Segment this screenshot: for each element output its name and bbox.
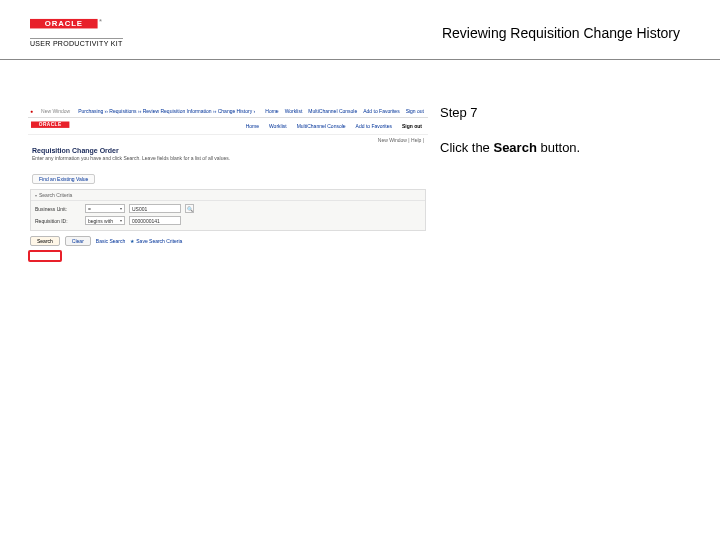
save-search-link[interactable]: Save Search Criteria xyxy=(130,238,182,244)
nav-worklist[interactable]: Worklist xyxy=(269,123,287,129)
tab-newwindow[interactable]: New Window xyxy=(37,108,74,114)
label-business-unit: Business Unit: xyxy=(35,206,81,212)
nav-fav[interactable]: Add to Favorites xyxy=(356,123,392,129)
app-heading: Requisition Change Order xyxy=(28,145,428,154)
oracle-logo-block: ORACLE ® USER PRODUCTIVITY KIT xyxy=(30,18,123,47)
upk-label: USER PRODUCTIVITY KIT xyxy=(30,38,123,47)
oracle-logo: ORACLE ® xyxy=(30,18,108,32)
input-business-unit[interactable]: US001 xyxy=(129,204,181,213)
app-brand-row: ORACLE Home Worklist MultiChannel Consol… xyxy=(28,118,428,135)
window-help-links[interactable]: New Window | Help | xyxy=(28,135,428,145)
instruction-target: Search xyxy=(493,140,536,155)
op-requisition-id[interactable]: begins with▾ xyxy=(85,216,125,225)
top-link-home[interactable]: Home xyxy=(265,108,278,114)
top-link-signout[interactable]: Sign out xyxy=(406,108,424,114)
highlight-search-button xyxy=(28,250,62,262)
op-business-unit[interactable]: =▾ xyxy=(85,204,125,213)
instruction-prefix: Click the xyxy=(440,140,493,155)
app-topbar: ● New Window Purchasing ›› Requisitions … xyxy=(28,105,428,118)
find-existing-value-tab[interactable]: Find an Existing Value xyxy=(32,174,95,184)
action-row: Search Clear Basic Search Save Search Cr… xyxy=(28,231,428,246)
search-criteria-panel: Search Criteria Business Unit: =▾ US001 … xyxy=(30,189,426,231)
clear-button[interactable]: Clear xyxy=(65,236,91,246)
nav-signout[interactable]: Sign out xyxy=(402,123,422,129)
step-instruction: Click the Search button. xyxy=(440,140,690,155)
chevron-down-icon: ▾ xyxy=(120,218,122,223)
basic-search-link[interactable]: Basic Search xyxy=(96,238,125,244)
instruction-panel: Step 7 Click the Search button. xyxy=(440,105,690,155)
step-number: Step 7 xyxy=(440,105,690,120)
instruction-suffix: button. xyxy=(537,140,580,155)
label-requisition-id: Requisition ID: xyxy=(35,218,81,224)
svg-text:ORACLE: ORACLE xyxy=(39,122,62,127)
top-link-fav[interactable]: Add to Favorites xyxy=(363,108,399,114)
page-title: Reviewing Requisition Change History xyxy=(442,25,680,41)
app-brand-logo: ORACLE xyxy=(28,121,79,131)
app-mini-icon: ● xyxy=(30,108,33,114)
lookup-icon[interactable]: 🔍 xyxy=(185,204,194,213)
breadcrumb[interactable]: Purchasing ›› Requisitions ›› Review Req… xyxy=(74,108,265,114)
search-criteria-title[interactable]: Search Criteria xyxy=(31,190,425,201)
app-subheading: Enter any information you have and click… xyxy=(28,154,428,167)
nav-home[interactable]: Home xyxy=(246,123,259,129)
nav-mcc[interactable]: MultiChannel Console xyxy=(297,123,346,129)
input-requisition-id[interactable]: 0000000141 xyxy=(129,216,181,225)
chevron-down-icon: ▾ xyxy=(120,206,122,211)
svg-text:®: ® xyxy=(99,19,102,23)
top-link-worklist[interactable]: Worklist xyxy=(285,108,303,114)
embedded-app-screenshot: ● New Window Purchasing ›› Requisitions … xyxy=(28,105,428,260)
top-link-mcc[interactable]: MultiChannel Console xyxy=(308,108,357,114)
svg-text:ORACLE: ORACLE xyxy=(45,19,83,28)
search-button[interactable]: Search xyxy=(30,236,60,246)
